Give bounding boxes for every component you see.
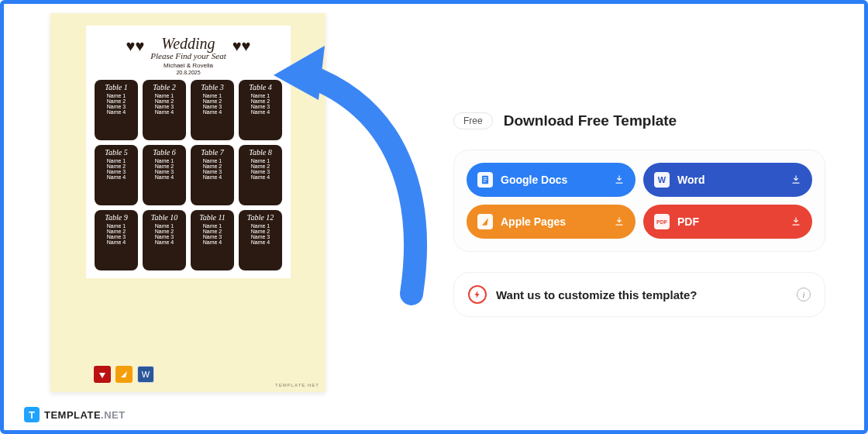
guest-name: Name 4 xyxy=(203,174,222,180)
card-header: ♥♥ Wedding Please Find your Seat ♥♥ xyxy=(94,35,283,60)
guest-name: Name 1 xyxy=(107,158,126,164)
table-number: Table 6 xyxy=(153,148,175,157)
guest-name: Name 2 xyxy=(251,164,270,169)
table-cell: Table 2Name 1Name 2Name 3Name 4 xyxy=(143,80,186,140)
guest-name: Name 2 xyxy=(155,229,174,234)
guest-name: Name 1 xyxy=(107,93,126,98)
svg-rect-2 xyxy=(484,177,487,178)
table-cell: Table 6Name 1Name 2Name 3Name 4 xyxy=(143,145,186,205)
guest-name: Name 3 xyxy=(203,234,222,239)
guest-name: Name 1 xyxy=(251,158,270,164)
couple-names: Michael & Rovella xyxy=(164,62,213,69)
word-label: Word xyxy=(677,174,705,186)
pdf-label: PDF xyxy=(677,215,699,228)
guest-name: Name 4 xyxy=(203,239,222,245)
guest-name: Name 1 xyxy=(203,223,222,229)
table-number: Table 2 xyxy=(153,83,175,91)
template-preview: ♥♥ Wedding Please Find your Seat ♥♥ Mich… xyxy=(50,13,326,392)
table-number: Table 11 xyxy=(199,213,226,222)
guest-name: Name 4 xyxy=(251,239,270,245)
card-title: Wedding xyxy=(150,35,226,53)
guest-name: Name 3 xyxy=(203,169,222,174)
guest-name: Name 3 xyxy=(251,104,270,109)
guest-name: Name 1 xyxy=(107,223,126,229)
wedding-date: 20.8.2025 xyxy=(176,70,200,75)
guest-name: Name 3 xyxy=(155,104,174,109)
pdf-icon: PDF xyxy=(654,214,670,229)
guest-name: Name 3 xyxy=(155,169,174,174)
apple-pages-icon xyxy=(477,214,493,229)
google-docs-button[interactable]: Google Docs xyxy=(467,163,636,197)
guest-name: Name 3 xyxy=(107,104,126,109)
guest-name: Name 1 xyxy=(155,93,174,98)
logo-text: TEMPLATE.NET xyxy=(44,409,126,421)
table-cell: Table 5Name 1Name 2Name 3Name 4 xyxy=(95,145,138,205)
guest-name: Name 4 xyxy=(107,109,126,115)
guest-name: Name 3 xyxy=(251,234,270,239)
table-cell: Table 11Name 1Name 2Name 3Name 4 xyxy=(191,210,234,270)
guest-name: Name 3 xyxy=(107,169,126,174)
bolt-icon xyxy=(468,285,487,304)
guest-name: Name 1 xyxy=(251,223,270,229)
guest-name: Name 2 xyxy=(203,164,222,169)
guest-name: Name 2 xyxy=(203,98,222,104)
word-thumb-icon: W xyxy=(137,366,154,383)
svg-rect-3 xyxy=(484,179,487,180)
format-thumbnails: W xyxy=(94,366,154,383)
footer-logo[interactable]: T TEMPLATE.NET xyxy=(24,407,126,422)
table-number: Table 8 xyxy=(249,148,271,157)
table-number: Table 3 xyxy=(201,83,223,91)
table-number: Table 4 xyxy=(249,83,271,91)
google-docs-icon xyxy=(477,172,493,188)
guest-name: Name 3 xyxy=(155,234,174,239)
table-number: Table 5 xyxy=(105,148,127,157)
download-icon xyxy=(790,174,801,185)
guest-name: Name 4 xyxy=(107,239,126,245)
free-badge: Free xyxy=(453,112,493,129)
card-title-block: Wedding Please Find your Seat xyxy=(150,35,226,60)
logo-mark-icon: T xyxy=(24,407,40,422)
customize-prompt[interactable]: Want us to customize this template? i xyxy=(453,272,825,317)
guest-name: Name 2 xyxy=(155,164,174,169)
download-panel: Free Download Free Template Google Docs … xyxy=(453,112,825,317)
table-cell: Table 10Name 1Name 2Name 3Name 4 xyxy=(143,210,186,270)
guest-name: Name 1 xyxy=(251,93,270,98)
logo-suffix: .NET xyxy=(101,409,126,421)
download-title: Download Free Template xyxy=(504,112,677,129)
guest-name: Name 1 xyxy=(155,158,174,164)
guest-name: Name 2 xyxy=(107,98,126,104)
info-icon[interactable]: i xyxy=(797,288,811,301)
guest-name: Name 4 xyxy=(251,109,270,115)
table-number: Table 1 xyxy=(105,83,127,91)
pdf-button[interactable]: PDF PDF xyxy=(643,205,812,239)
table-cell: Table 4Name 1Name 2Name 3Name 4 xyxy=(239,80,282,140)
table-cell: Table 1Name 1Name 2Name 3Name 4 xyxy=(95,80,138,140)
apple-pages-button[interactable]: Apple Pages xyxy=(467,205,636,239)
table-number: Table 9 xyxy=(105,213,127,222)
pdf-thumb-icon xyxy=(94,366,111,383)
guest-name: Name 1 xyxy=(155,223,174,229)
table-number: Table 10 xyxy=(151,213,177,222)
seating-card: ♥♥ Wedding Please Find your Seat ♥♥ Mich… xyxy=(86,26,291,278)
logo-brand: TEMPLATE xyxy=(44,409,101,421)
table-cell: Table 12Name 1Name 2Name 3Name 4 xyxy=(239,210,282,270)
apple-pages-label: Apple Pages xyxy=(501,215,566,228)
download-icon xyxy=(614,216,625,227)
table-cell: Table 7Name 1Name 2Name 3Name 4 xyxy=(191,145,234,205)
guest-name: Name 4 xyxy=(251,174,270,180)
download-header: Free Download Free Template xyxy=(453,112,825,129)
watermark-text: TEMPLATE.NET xyxy=(275,383,319,388)
download-icon xyxy=(614,174,625,185)
word-button[interactable]: W Word xyxy=(643,163,812,197)
hearts-icon-left: ♥♥ xyxy=(126,38,145,53)
svg-rect-4 xyxy=(484,181,486,182)
tables-grid: Table 1Name 1Name 2Name 3Name 4Table 2Na… xyxy=(95,80,282,270)
google-docs-label: Google Docs xyxy=(501,174,567,186)
page-frame: ♥♥ Wedding Please Find your Seat ♥♥ Mich… xyxy=(0,0,868,434)
guest-name: Name 2 xyxy=(203,229,222,234)
guest-name: Name 4 xyxy=(155,239,174,245)
guest-name: Name 2 xyxy=(107,164,126,169)
guest-name: Name 4 xyxy=(107,174,126,180)
guest-name: Name 3 xyxy=(107,234,126,239)
word-icon: W xyxy=(654,172,670,188)
